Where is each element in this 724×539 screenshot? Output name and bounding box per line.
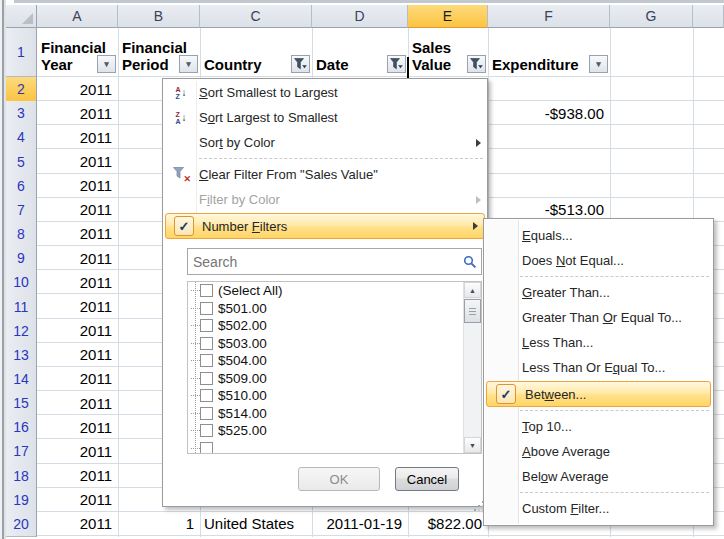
cell-D20[interactable]: 2011-01-19	[312, 512, 408, 536]
column-letter-D[interactable]: D	[312, 5, 408, 28]
row-number-13[interactable]: 13	[6, 343, 37, 368]
header-date[interactable]: Date	[312, 28, 408, 77]
column-letter-E[interactable]: E	[408, 5, 488, 28]
row-number-1[interactable]: 1	[6, 28, 37, 77]
checkbox-501-00[interactable]	[200, 302, 213, 315]
submenu-item-top-10[interactable]: Top 10...	[484, 414, 713, 439]
cell-A6[interactable]: 2011	[37, 174, 118, 198]
submenu-item-custom-filter[interactable]: Custom Filter...	[484, 496, 713, 521]
column-letter-F[interactable]: F	[488, 5, 610, 28]
list-item-514-00[interactable]: $514.00	[188, 405, 481, 423]
cell-A19[interactable]: 2011	[37, 488, 118, 512]
list-item-525-00[interactable]: $525.00	[188, 422, 481, 440]
cell-A20[interactable]: 2011	[37, 512, 118, 536]
scroll-down-icon[interactable]: ▼	[464, 437, 481, 453]
checkbox-525-00[interactable]	[200, 424, 213, 437]
cell-A14[interactable]: 2011	[37, 367, 118, 391]
search-input[interactable]	[188, 249, 481, 274]
list-item-504-00[interactable]: $504.00	[188, 352, 481, 370]
cell-A3[interactable]: 2011	[37, 101, 118, 125]
row-number-19[interactable]: 19	[6, 488, 37, 513]
submenu-item-does-not-equal[interactable]: Does Not Equal...	[484, 248, 713, 273]
cell-A13[interactable]: 2011	[37, 343, 118, 367]
cell-A5[interactable]: 2011	[37, 149, 118, 173]
menu-item-clear-filter-from-sales-value[interactable]: ✕Clear Filter From "Sales Value"	[163, 162, 487, 187]
submenu-item-between[interactable]: ✓Between...	[486, 381, 711, 407]
header-financial-year[interactable]: Financial Year▾	[37, 28, 118, 77]
filter-button-E[interactable]	[467, 55, 486, 73]
header-expenditure[interactable]: Expenditure▾	[488, 28, 610, 77]
cell-A10[interactable]: 2011	[37, 270, 118, 294]
checkbox-502-00[interactable]	[200, 319, 213, 332]
cell-A15[interactable]: 2011	[37, 391, 118, 415]
menu-item-sort-largest-to-smallest[interactable]: ZA↓Sort Largest to Smallest	[163, 105, 487, 130]
cell-C20[interactable]: United States	[200, 512, 312, 536]
menu-item-filter-by-color[interactable]: Filter by Color	[163, 187, 487, 212]
submenu-item-equals[interactable]: Equals...	[484, 223, 713, 248]
list-item-502-00[interactable]: $502.00	[188, 317, 481, 335]
header-country[interactable]: Country	[200, 28, 312, 77]
submenu-item-less-than[interactable]: Less Than...	[484, 330, 713, 355]
filter-button-C[interactable]	[291, 55, 310, 73]
list-item-501-00[interactable]: $501.00	[188, 300, 481, 318]
submenu-item-above-average[interactable]: Above Average	[484, 439, 713, 464]
checkbox-504-00[interactable]	[200, 354, 213, 367]
submenu-item-less-than-or-equal-to[interactable]: Less Than Or Equal To...	[484, 355, 713, 380]
checkbox-partial[interactable]	[200, 442, 213, 454]
row-number-2[interactable]: 2	[6, 77, 37, 102]
row-number-9[interactable]: 9	[6, 246, 37, 271]
search-icon[interactable]	[463, 255, 477, 269]
checkbox-510-00[interactable]	[200, 389, 213, 402]
list-scrollbar[interactable]: ▲ ▼	[463, 282, 481, 453]
cell-A18[interactable]: 2011	[37, 464, 118, 488]
row-number-14[interactable]: 14	[6, 367, 37, 392]
column-letter-B[interactable]: B	[118, 5, 200, 28]
cell-E20[interactable]: $822.00	[408, 512, 488, 536]
checkbox-514-00[interactable]	[200, 407, 213, 420]
row-number-7[interactable]: 7	[6, 198, 37, 223]
filter-button-D[interactable]	[387, 55, 406, 73]
checkbox-select-all[interactable]	[200, 284, 213, 297]
header-financial-period[interactable]: Financial Period▾	[118, 28, 200, 77]
row-number-6[interactable]: 6	[6, 174, 37, 199]
menu-item-sort-by-color[interactable]: Sort by Color	[163, 130, 487, 155]
list-item-509-00[interactable]: $509.00	[188, 370, 481, 388]
cell-A4[interactable]: 2011	[37, 125, 118, 149]
row-number-12[interactable]: 12	[6, 319, 37, 344]
column-letter-partial[interactable]	[693, 5, 724, 28]
cell-A16[interactable]: 2011	[37, 415, 118, 439]
header-sales-value[interactable]: Sales Value	[408, 28, 488, 77]
row-number-20[interactable]: 20	[6, 512, 37, 537]
list-item-510-00[interactable]: $510.00	[188, 387, 481, 405]
submenu-item-below-average[interactable]: Below Average	[484, 464, 713, 489]
row-number-15[interactable]: 15	[6, 391, 37, 416]
submenu-item-greater-than[interactable]: Greater Than...	[484, 280, 713, 305]
filter-button-A[interactable]: ▾	[97, 55, 116, 73]
column-letter-A[interactable]: A	[37, 5, 118, 28]
filter-button-B[interactable]: ▾	[179, 55, 198, 73]
checkbox-509-00[interactable]	[200, 372, 213, 385]
list-item-select-all[interactable]: (Select All)	[188, 282, 481, 300]
row-number-17[interactable]: 17	[6, 439, 37, 464]
scroll-up-icon[interactable]: ▲	[464, 282, 481, 298]
row-number-10[interactable]: 10	[6, 270, 37, 295]
cell-A2[interactable]: 2011	[37, 77, 118, 101]
list-item-503-00[interactable]: $503.00	[188, 335, 481, 353]
select-all-corner[interactable]	[6, 5, 37, 28]
cell-F3[interactable]: -$938.00	[488, 101, 610, 125]
cell-A8[interactable]: 2011	[37, 222, 118, 246]
row-number-18[interactable]: 18	[6, 464, 37, 489]
cell-A7[interactable]: 2011	[37, 198, 118, 222]
scrollbar-thumb[interactable]	[464, 299, 481, 323]
cell-A9[interactable]: 2011	[37, 246, 118, 270]
menu-item-sort-smallest-to-largest[interactable]: AZ↓Sort Smallest to Largest	[163, 80, 487, 105]
row-number-5[interactable]: 5	[6, 149, 37, 174]
row-number-4[interactable]: 4	[6, 125, 37, 150]
cell-A11[interactable]: 2011	[37, 294, 118, 318]
column-letter-G[interactable]: G	[610, 5, 693, 28]
cell-A12[interactable]: 2011	[37, 319, 118, 343]
ok-button[interactable]: OK	[298, 467, 380, 491]
column-letter-C[interactable]: C	[200, 5, 312, 28]
cell-B20[interactable]: 1	[118, 512, 200, 536]
row-number-3[interactable]: 3	[6, 101, 37, 126]
